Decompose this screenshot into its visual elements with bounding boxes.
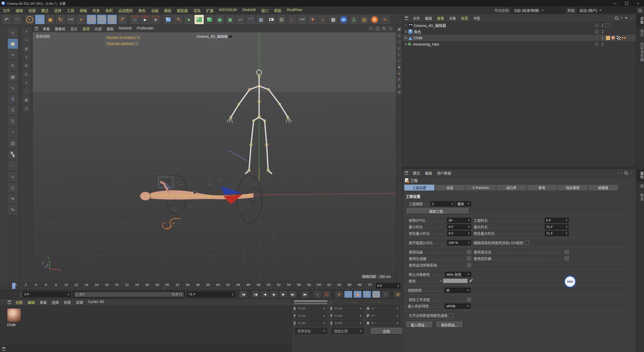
tab-参考[interactable]: 参考 <box>527 185 557 191</box>
x-axis-lock-icon[interactable]: X <box>87 15 96 24</box>
scale-project-button[interactable]: 缩放工程... <box>406 208 469 214</box>
material-menu-item[interactable]: 编辑 <box>25 300 37 305</box>
live-selection-icon[interactable]: ↖ <box>25 15 34 24</box>
checkbox[interactable]: ✓ <box>467 297 471 302</box>
commander-grid-icon[interactable]: ▦ <box>328 15 338 24</box>
side-tab-内容浏览器[interactable]: 内容浏览器 <box>636 40 644 64</box>
visibility-dots[interactable] <box>601 42 604 46</box>
spline-s2-icon[interactable]: S <box>8 105 18 115</box>
visibility-toggle[interactable]: ∕ <box>594 35 599 40</box>
material-thumbnail[interactable] <box>7 308 21 322</box>
record-scale-button[interactable]: ▣ <box>353 291 362 298</box>
visibility-dots[interactable] <box>601 30 604 33</box>
material-menu-item[interactable]: 查看 <box>37 300 49 305</box>
viewport-menu-item[interactable]: 摄像机 <box>52 26 68 31</box>
search-icon[interactable] <box>615 16 618 20</box>
panel-menu-icon[interactable] <box>294 300 327 304</box>
material-menu-item[interactable]: 创建 <box>13 300 25 305</box>
dock-grip-strip[interactable] <box>0 25 6 282</box>
viewport-menu-item[interactable]: 面板 <box>104 26 116 31</box>
menubar-item[interactable]: 创建 <box>26 8 38 13</box>
sphere-tool-icon[interactable]: ● <box>8 50 18 60</box>
forward-icon[interactable]: › <box>621 171 622 175</box>
range-start-field[interactable]: 0 F <box>23 292 71 297</box>
subdivision-surface-icon[interactable]: ● <box>184 15 194 24</box>
eyedropper-icon[interactable] <box>469 279 472 283</box>
spline-tool-icon[interactable]: ∿ <box>8 83 18 93</box>
node-space-select[interactable]: 当前 (标准/物理) <box>511 7 565 13</box>
side-tab-属性[interactable]: 属性 <box>636 169 644 182</box>
goto-start-button[interactable]: |◀ <box>239 291 247 298</box>
goto-next-key-button[interactable]: ▶| <box>289 291 297 298</box>
viewport-menu-item[interactable]: Redshift <box>116 26 134 31</box>
am-field[interactable]: 71 F <box>545 224 569 230</box>
am-field[interactable]: 0 F <box>447 224 471 230</box>
tag-sel-icon[interactable] <box>606 23 610 28</box>
viewport-menu-item[interactable]: 选项 <box>80 26 92 31</box>
tag-display-icon[interactable] <box>616 36 621 40</box>
object-manager-menu-item[interactable]: 书签 <box>471 16 483 21</box>
material-menu-item[interactable]: Cycles 4D <box>86 300 107 305</box>
cube-tool-icon[interactable]: ▣ <box>8 38 18 49</box>
search-icon[interactable] <box>638 9 641 12</box>
menubar-item[interactable]: 模拟 <box>161 8 174 13</box>
record-position-button[interactable]: + <box>344 291 352 298</box>
filter-icon[interactable]: ▽ <box>620 16 623 20</box>
plus-box-icon[interactable]: ⊞ <box>22 62 31 70</box>
search-icon[interactable] <box>624 171 628 174</box>
side-tab-层[interactable]: 层 <box>636 182 644 191</box>
panel-menu-icon[interactable] <box>35 27 38 30</box>
visibility-dots[interactable] <box>601 24 604 27</box>
corner-icon[interactable]: ◳ <box>22 104 31 112</box>
bomb-tool-icon[interactable]: ◔ <box>8 127 18 138</box>
dock-snap-icon[interactable]: ● <box>396 70 402 76</box>
menubar-item[interactable]: RealFlow <box>284 8 305 13</box>
record-rotation-button[interactable]: ↻ <box>363 291 371 298</box>
cube-primitive-icon[interactable] <box>163 15 173 24</box>
menubar-item[interactable]: 动画 <box>148 8 161 13</box>
render-picture-viewer-icon[interactable]: ▶ <box>140 15 150 24</box>
object-manager-menu-item[interactable]: 对象 <box>447 16 459 21</box>
object-manager-menu-item[interactable]: 编辑 <box>422 16 434 21</box>
object-manager-menu-item[interactable]: 文件 <box>410 16 422 21</box>
coord-field[interactable]: 0 ° <box>370 320 400 326</box>
am-field[interactable]: 0 F <box>447 231 471 236</box>
modeling-object-icon[interactable] <box>205 15 214 24</box>
camera-object-icon[interactable] <box>266 15 276 24</box>
dock-grid-icon[interactable]: ▦ <box>396 26 402 32</box>
keyframe-selection-button[interactable]: ⊛ <box>335 291 343 298</box>
back-icon[interactable]: ‹ <box>618 171 619 175</box>
load-preset-button[interactable]: 载入预设... <box>405 322 433 328</box>
coord-field[interactable]: 0 cm <box>333 320 363 326</box>
dock-plane-icon[interactable]: □ <box>396 58 402 64</box>
xparticles-icon[interactable]: × <box>380 15 390 24</box>
material-menu-item[interactable]: 材质 <box>61 300 73 305</box>
close-button[interactable]: × <box>632 0 644 7</box>
hatch-tool-icon[interactable]: ▤ <box>8 138 18 149</box>
am-field[interactable]: 30 <box>447 218 471 223</box>
color-swatch[interactable] <box>443 279 468 283</box>
frame-selected-icon[interactable]: + <box>22 27 31 35</box>
dot-box-icon[interactable]: ⊡ <box>22 70 31 78</box>
side-tab-构造[interactable]: 构造 <box>636 191 644 204</box>
menubar-item[interactable]: 帮助 <box>271 8 284 13</box>
menubar-item[interactable]: 扩展 <box>204 8 216 13</box>
z-axis-lock-icon[interactable]: Z <box>107 15 117 24</box>
drag-grip-icon[interactable] <box>20 292 22 297</box>
psr-tool-icon[interactable]: PSR <box>66 15 76 24</box>
apply-button[interactable]: 应用 <box>370 328 403 334</box>
project-scale-field[interactable]: 1 <box>430 201 455 206</box>
menubar-item[interactable]: 模式 <box>38 8 51 13</box>
visibility-toggle[interactable]: ∕ <box>594 23 599 28</box>
checkbox[interactable] <box>525 241 529 245</box>
range-handle-left[interactable] <box>76 293 78 296</box>
menubar-item[interactable]: Redshift <box>239 8 258 13</box>
checker-tool-icon[interactable]: ▚ <box>8 149 18 160</box>
object-row[interactable]: └Cinema_4D_编辑器∕ <box>403 22 636 28</box>
goto-prev-key-button[interactable]: |◀ <box>251 291 260 298</box>
menubar-item[interactable]: 文件 <box>0 8 13 13</box>
visibility-toggle[interactable]: ∕ <box>594 29 599 34</box>
coord-field[interactable]: 0 ° <box>370 313 400 319</box>
scale-mode-select[interactable]: 缩放比例 <box>332 328 364 334</box>
material-menu-item[interactable]: 纹理 <box>73 300 86 305</box>
